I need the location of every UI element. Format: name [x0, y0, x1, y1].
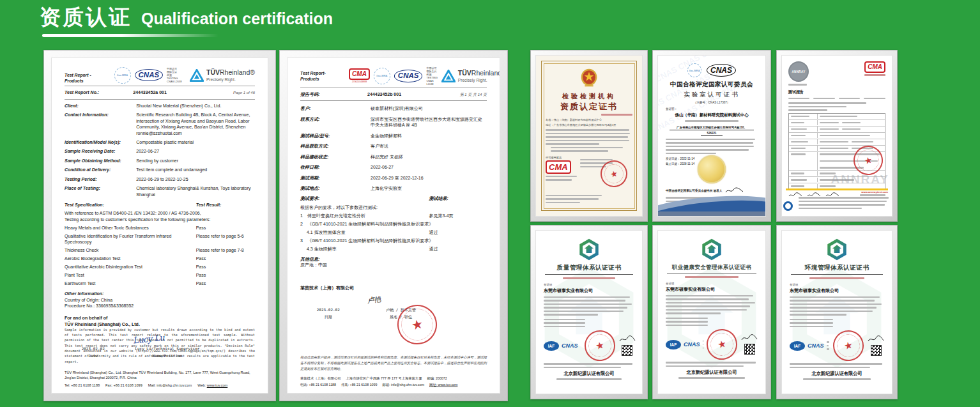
spec-result-header: 测试要求:测试结果: [300, 196, 487, 201]
text-line [809, 277, 864, 279]
red-official-stamp: ★ [831, 328, 867, 364]
doc-type-label: Test Report - Products [65, 72, 111, 84]
text-line [544, 303, 632, 305]
certificate-quality-management-system[interactable]: 质量管理体系认证证书 兹证明 东莞市硕泰实业有限公司 IAF CNAS ★ 北京… [530, 225, 648, 399]
cma-number: 170620343888 [349, 81, 370, 84]
tuv-en-header: Test Report - Products ilac-MRA CNAS 中国认… [65, 66, 255, 84]
text-line [546, 140, 629, 142]
text-line [666, 302, 755, 304]
certificate-occupational-health-safety[interactable]: 职业健康安全管理体系认证证书 兹证明 东莞市硕泰实业有限公司 IAF CNAS … [652, 225, 771, 399]
handwritten-signature: 卢艳 [367, 295, 381, 306]
annray-website-link[interactable]: www.annraytest.com [861, 190, 888, 194]
text-line [544, 326, 585, 328]
certificate-paper: 环境管理体系认证证书 兹证明 东莞市硕泰实业有限公司 IAF CNAS ★ 北京… [781, 230, 892, 394]
field-row: Contact Information:Scientific Research … [65, 112, 255, 136]
star-icon: ★ [717, 338, 728, 351]
text-line [827, 348, 829, 350]
cma-cert-content: 检验检测机构 资质认定证书 名称：佛山（华南）新材料研究院材料测试中心 地址：广… [546, 65, 632, 206]
certificate-cma-accreditation[interactable]: 检验检测机构 资质认定证书 名称：佛山（华南）新材料研究院材料测试中心 地址：广… [530, 50, 648, 222]
report-number-value: 244433452b 001 [367, 91, 401, 97]
issuer-address-line [666, 376, 758, 380]
cert-content: 质量管理体系认证证书 兹证明 东莞市硕泰实业有限公司 IAF CNAS ★ 北京… [544, 237, 634, 387]
accreditation-body-name: 中国合格评定国家认可委员会 [666, 81, 758, 89]
body-text-lines [790, 296, 884, 316]
certificate-tuv-test-report-english[interactable]: Test Report - Products ilac-MRA CNAS 中国认… [43, 50, 276, 401]
text-line [678, 377, 745, 379]
signature-and-qr [868, 335, 884, 356]
signature-scribble-icon [868, 335, 884, 343]
spec-intro: 根据客户的要求，对以下参数进行测试: [300, 204, 487, 210]
certificate-tuv-test-report-chinese[interactable]: Test Report- Products CMA 170620343888 i… [279, 50, 508, 401]
test-sub-row: 4.1 挥发性固体含量通过 [300, 229, 487, 235]
page-note: Page 1 of 46 [233, 90, 255, 95]
text-line [666, 365, 744, 367]
text-line [666, 142, 753, 144]
disclaimer-text: 样品信息由客户提供，测试结果仅针对所做测试的种类和范围负责。本测试报告仅针对来样… [300, 355, 487, 372]
text-line [666, 146, 754, 148]
cert-title: 实验室认可证书 [666, 91, 758, 99]
field-row: Testing Period:2022-06-29 to 2022-10-25 [65, 176, 255, 182]
text-line [799, 208, 862, 210]
cma-logo: CMA [546, 160, 571, 174]
cert-title: 质量管理体系认证证书 [544, 264, 634, 272]
section-title-chinese: 资质认证 [40, 3, 132, 32]
field-row: Client:Shuotai New Material (Shenzhen) C… [65, 103, 255, 109]
test-row: 1 傅里叶变换红外光谱定性分析参见第3-4页 [300, 213, 487, 219]
license-mark-block: 许可使用标志 CMA [546, 156, 580, 183]
doc-type-label: Test Report- Products [300, 70, 345, 82]
issuing-company: 莱茵技术（上海）有限公司 [300, 285, 487, 291]
tuv-website-link[interactable]: www.tuv.com [207, 383, 228, 387]
field-row: Place of Testing:Chemical laboratory Sha… [65, 185, 255, 197]
certification-body-logo [544, 238, 634, 261]
company-address: 广东省佛山市南海区大沥镇盐步横江西路92号A栋110、 [670, 126, 754, 130]
test-row: Quantitative Aerobic Disintegration Test… [65, 264, 255, 270]
divider [300, 100, 487, 101]
certificate-environmental-management[interactable]: 环境管理体系认证证书 兹证明 东莞市硕泰实业有限公司 IAF CNAS ★ 北京… [776, 225, 898, 399]
tuv-website-link[interactable]: 网址: www.tuv.com [429, 383, 457, 387]
text-line [803, 378, 871, 380]
body-text-lines [546, 129, 632, 145]
org-name-line: 名称：佛山（华南）新材料研究院材料测试中心 [546, 118, 632, 122]
text-line [790, 303, 882, 305]
report-header: ANNRAY CMA [788, 61, 885, 88]
certify-label: 兹证明： [666, 107, 758, 111]
text-line [666, 321, 708, 323]
text-lines [666, 118, 758, 124]
certificate-cnas-laboratory[interactable]: CNAS CNAS CNAS CNAS CNAS CNAS CNAS CNAS … [652, 50, 771, 222]
field-row: 收样日期:2022-06-27 [300, 164, 487, 170]
text-line [544, 322, 585, 324]
signature-scribble-icon [741, 334, 758, 342]
field-row: 测试地点:上海化学实验室 [300, 185, 487, 191]
text-line [544, 314, 598, 316]
signature-and-qr [619, 335, 636, 356]
text-line [827, 345, 829, 347]
tuv-rheinland-logo: TÜVRheinland® Precisely Right. [190, 68, 255, 83]
cnas-logo: CNAS [562, 342, 578, 349]
logos-and-stamp-row: IAF CNAS ★ [544, 330, 634, 361]
iaf-logo: IAF [544, 341, 559, 351]
meta-text-lines [788, 102, 885, 111]
issuer-address-line [790, 377, 884, 381]
logos-and-stamp-row: IAF CNAS ★ [666, 329, 758, 360]
annray-watermark: ANNRAY [782, 173, 889, 187]
cma-logo: CMA [864, 61, 885, 73]
star-icon: ★ [609, 168, 619, 179]
field-row: 联系方式:深圳市宝安区西乡街道劳动社区西乡大道和宝源路交汇处中央大道科研楼A 座… [300, 116, 487, 128]
star-icon: ★ [863, 155, 873, 166]
certification-body-logo [666, 238, 758, 261]
test-row: Qualitative Identification by Fourier Tr… [65, 233, 255, 245]
cert-content: 环境管理体系认证证书 兹证明 东莞市硕泰实业有限公司 IAF CNAS ★ 北京… [790, 237, 884, 387]
certified-company: 佛山（华南）新材料研究院材料测试中心 [666, 112, 758, 118]
text-line [666, 295, 753, 297]
on-behalf-block: For and on behalf of TÜV Rheinland (Shan… [65, 315, 255, 328]
signature-scribble-icon [619, 335, 636, 343]
org-address-line: 地址：广东省佛山市南海区大沥镇盐步横江西路92号A栋1层 [546, 123, 632, 127]
cert-number-line [544, 277, 634, 280]
other-info-line: 原产地：中国 [300, 262, 487, 268]
text-line [790, 319, 833, 321]
certificate-paper: CNAS CNAS CNAS CNAS CNAS CNAS CNAS CNAS … [657, 55, 766, 217]
text-line [546, 136, 628, 138]
tuv-triangle-icon [441, 70, 456, 82]
certificate-annray-test-report[interactable]: ANNRAY CMA 测试报告 [776, 50, 898, 222]
cma-logo-block: CMA 170620343888 [349, 68, 370, 84]
